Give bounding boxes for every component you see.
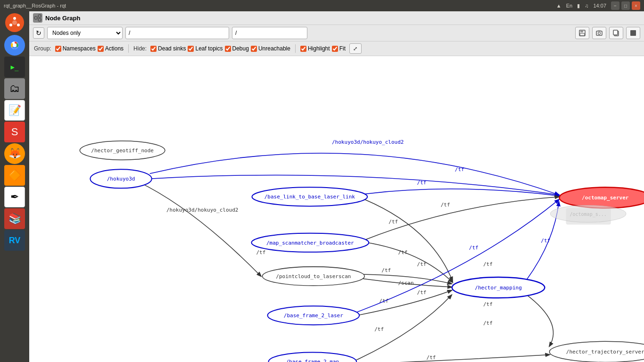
edge-label-tf-mid1: /tf xyxy=(256,249,265,255)
highlight-checkbox[interactable] xyxy=(300,46,306,52)
copy-button[interactable] xyxy=(609,27,623,39)
edge-label-scan: /scan xyxy=(398,280,413,286)
books-icon: 📚 xyxy=(8,213,21,225)
node-label-octomap-server: /octomap_server xyxy=(582,195,629,201)
save-icon xyxy=(578,29,586,37)
leaf-topics-label: Leaf topics xyxy=(195,45,223,52)
node-label-hector-mapping: /hector_mapping xyxy=(475,285,521,291)
debug-checkbox[interactable] xyxy=(225,46,231,52)
unreachable-checkbox[interactable] xyxy=(251,46,257,52)
namespaces-checkbox[interactable] xyxy=(55,46,61,52)
dead-sinks-checkbox-label[interactable]: Dead sinks xyxy=(150,45,186,52)
refresh-button[interactable]: ↻ xyxy=(33,27,44,39)
sidebar-item-inkscape[interactable]: ✒ xyxy=(4,187,25,207)
node-label-hokuyo3d: /hokuyo3d xyxy=(107,176,135,182)
highlight-label: Highlight xyxy=(308,45,330,52)
battery-icon: ▮ xyxy=(577,3,580,9)
content-area: Node Graph ↻ Nodes only Nodes/Topics (al… xyxy=(29,11,644,362)
edge-label-tf-hector-octo: /tf xyxy=(541,238,550,244)
edge-label-tf-mid4: /tf xyxy=(483,301,493,307)
sidebar-item-software[interactable]: S xyxy=(4,122,25,142)
node-label-base-link: /base_link_to_base_laser_link xyxy=(264,194,355,200)
actions-checkbox-label[interactable]: Actions xyxy=(98,45,124,52)
sidebar-item-terminal[interactable]: ▶_ xyxy=(4,57,25,77)
edge-label-hokuyo-cloud2-left: /hokuyo3d/hokuyo_cloud2 xyxy=(166,207,239,213)
sidebar-item-vlc[interactable]: 🔶 xyxy=(4,165,25,186)
node-label-base2map: /base_frame_2_map xyxy=(286,359,339,362)
close-panel-icon xyxy=(629,29,637,37)
close-panel-button[interactable] xyxy=(626,27,640,39)
time-display: 14:07 xyxy=(593,3,606,8)
unreachable-label: Unreachable xyxy=(258,45,290,52)
edge-label-tf-base2map-hector: /tf xyxy=(374,326,384,332)
edge-label-tf-mid2: /tf xyxy=(417,261,427,267)
svg-point-4 xyxy=(9,24,12,26)
svg-point-7 xyxy=(34,16,37,19)
svg-point-1 xyxy=(12,20,17,25)
minimize-button[interactable]: − xyxy=(611,1,619,10)
lang-indicator: En xyxy=(566,3,572,8)
titlebar-title: rqt_graph__RosGraph - rqt xyxy=(4,3,66,8)
sidebar-item-files[interactable]: 🗂 xyxy=(4,78,25,99)
dead-sinks-label: Dead sinks xyxy=(158,45,186,52)
sidebar-item-editor[interactable]: 📝 xyxy=(4,100,25,121)
edge-label-tf-mapscan-hector: /tf xyxy=(398,249,407,255)
dead-sinks-checkbox[interactable] xyxy=(150,46,157,52)
hide-label: Hide: xyxy=(133,45,147,52)
filter-input-2[interactable] xyxy=(232,27,307,39)
filter-input-1[interactable] xyxy=(125,27,229,39)
files-icon: 🗂 xyxy=(9,82,20,95)
graph-area[interactable]: /hokuyo3d/hokuyo_cloud2 /tf /hokuyo3d/ho… xyxy=(29,56,644,362)
leaf-topics-checkbox[interactable] xyxy=(188,46,194,52)
node-label-hector-traj: /hector_trajectory_server xyxy=(566,349,644,355)
namespaces-checkbox-label[interactable]: Namespaces xyxy=(55,45,96,52)
fit-checkbox-label[interactable]: Fit xyxy=(332,45,346,52)
node-graph-icon xyxy=(34,14,41,22)
svg-point-3 xyxy=(17,24,20,26)
actions-checkbox[interactable] xyxy=(98,46,104,52)
main-layout: ▶_ 🗂 📝 S 🦊 🔶 ✒ 📚 RV xyxy=(0,11,644,362)
sidebar-item-ubuntu[interactable] xyxy=(5,13,24,32)
svg-point-2 xyxy=(13,17,16,20)
sidebar-item-chrome[interactable] xyxy=(4,35,25,56)
app-header: Node Graph xyxy=(29,11,644,25)
app-icon xyxy=(33,13,42,23)
fit-label: Fit xyxy=(339,45,346,52)
group-label: Group: xyxy=(34,45,51,52)
sidebar: ▶_ 🗂 📝 S 🦊 🔶 ✒ 📚 RV xyxy=(0,11,29,362)
edge-label-tf-base2laser-hector: /tf xyxy=(379,298,388,304)
titlebar-right: ▲ En ▮ ♫ 14:07 − □ × xyxy=(556,1,640,10)
volume-icon: ♫ xyxy=(585,3,588,8)
edge-label-tf-base-link-octo: /tf xyxy=(417,180,427,186)
edge-label-tf-mid6: /tf xyxy=(417,289,427,296)
svg-rect-20 xyxy=(630,30,636,36)
edge-label-tf-base2map-traj: /tf xyxy=(427,354,436,361)
sidebar-item-rviz[interactable]: RV xyxy=(4,230,25,251)
close-button[interactable]: × xyxy=(632,1,640,10)
sidebar-item-firefox[interactable]: 🦊 xyxy=(4,143,25,164)
leaf-topics-checkbox-label[interactable]: Leaf topics xyxy=(188,45,223,52)
save-button[interactable] xyxy=(575,27,589,39)
unreachable-checkbox-label[interactable]: Unreachable xyxy=(251,45,290,52)
highlight-checkbox-label[interactable]: Highlight xyxy=(300,45,330,52)
editor-icon: 📝 xyxy=(8,104,21,116)
namespaces-label: Namespaces xyxy=(63,45,96,52)
fit-checkbox[interactable] xyxy=(332,46,338,52)
svg-rect-17 xyxy=(598,30,601,31)
debug-checkbox-label[interactable]: Debug xyxy=(225,45,249,52)
screenshot-button[interactable] xyxy=(592,27,606,39)
edge-label-tf-base-link-hector: /tf xyxy=(388,219,398,225)
edge-label-tf-mid5: /tf xyxy=(483,320,493,326)
fit-view-button[interactable]: ⤢ xyxy=(349,43,362,54)
chrome-icon xyxy=(8,39,21,52)
node-ghost-label: /octomap_s... xyxy=(570,212,606,217)
display-mode-select[interactable]: Nodes only Nodes/Topics (all) Nodes/Topi… xyxy=(47,27,123,39)
edge-label-tf-mapscan-octo: /tf xyxy=(441,202,450,208)
sidebar-item-books[interactable]: 📚 xyxy=(4,208,25,229)
separator-2 xyxy=(295,44,296,53)
maximize-button[interactable]: □ xyxy=(621,1,630,10)
copy-icon xyxy=(612,29,620,37)
graph-svg: /hokuyo3d/hokuyo_cloud2 /tf /hokuyo3d/ho… xyxy=(29,56,644,362)
svg-point-9 xyxy=(38,18,41,21)
titlebar: rqt_graph__RosGraph - rqt ▲ En ▮ ♫ 14:07… xyxy=(0,0,644,11)
